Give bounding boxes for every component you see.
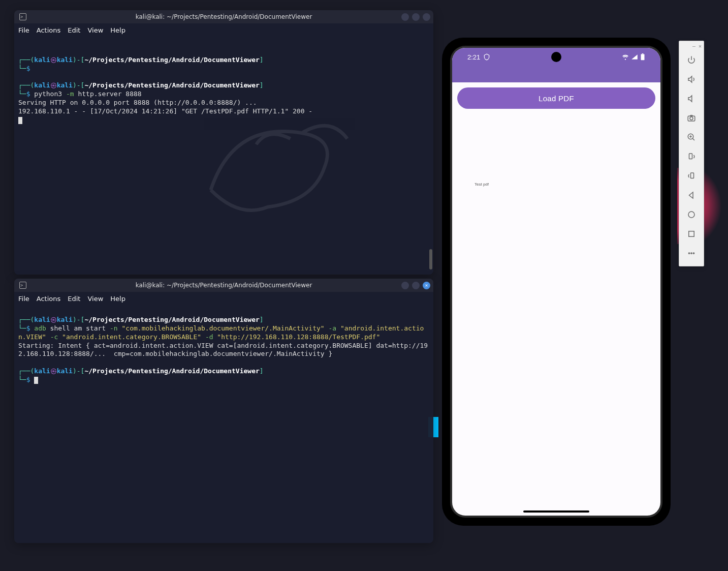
rotate-left-icon[interactable] xyxy=(679,147,704,166)
close-button[interactable] xyxy=(423,13,430,21)
android-emulator-frame: 2:21 Load PDF Test pdf xyxy=(442,38,671,526)
shield-icon xyxy=(483,53,490,61)
svg-rect-6 xyxy=(691,173,694,178)
terminal1-titlebar[interactable]: kali@kali: ~/Projects/Pentesting/Android… xyxy=(14,10,433,23)
terminal2-body[interactable]: ┌──(kali㉿kali)-[~/Projects/Pentesting/An… xyxy=(14,305,433,395)
app-bar xyxy=(452,66,660,82)
volume-up-icon[interactable] xyxy=(679,70,704,89)
back-icon[interactable] xyxy=(679,186,704,205)
menu-view[interactable]: View xyxy=(87,295,103,303)
camera-icon[interactable] xyxy=(679,108,704,128)
minimize-button[interactable] xyxy=(401,282,409,289)
toolbar-close[interactable]: ✕ xyxy=(699,43,702,49)
cursor xyxy=(34,377,38,384)
emulator-screen[interactable]: 2:21 Load PDF Test pdf xyxy=(452,48,660,516)
svg-point-10 xyxy=(691,253,692,254)
terminal2-menubar: File Actions Edit View Help xyxy=(14,292,433,305)
zoom-icon[interactable] xyxy=(679,128,704,147)
svg-point-9 xyxy=(688,253,689,254)
terminal1-title: kali@kali: ~/Projects/Pentesting/Android… xyxy=(136,13,312,20)
cursor xyxy=(18,117,22,124)
terminal-icon xyxy=(19,13,26,20)
minimize-button[interactable] xyxy=(401,13,409,21)
maximize-button[interactable] xyxy=(412,13,420,21)
wifi-icon xyxy=(622,53,629,61)
pdf-content-label: Test pdf xyxy=(474,182,489,187)
battery-icon xyxy=(640,53,645,61)
menu-edit[interactable]: Edit xyxy=(68,295,80,303)
svg-rect-5 xyxy=(689,154,692,159)
svg-point-3 xyxy=(690,117,693,120)
power-icon[interactable] xyxy=(679,50,704,70)
terminal-window-1: kali@kali: ~/Projects/Pentesting/Android… xyxy=(14,10,433,275)
svg-rect-1 xyxy=(642,53,644,54)
svg-rect-0 xyxy=(641,54,645,60)
toolbar-minimize[interactable]: – xyxy=(692,43,695,49)
menu-view[interactable]: View xyxy=(87,26,103,34)
maximize-button[interactable] xyxy=(412,282,420,289)
svg-point-7 xyxy=(688,212,694,218)
menu-edit[interactable]: Edit xyxy=(68,26,80,34)
svg-point-11 xyxy=(693,253,694,254)
scrollbar[interactable] xyxy=(429,249,432,269)
status-time: 2:21 xyxy=(467,53,480,61)
menu-actions[interactable]: Actions xyxy=(37,295,61,303)
terminal-icon xyxy=(19,282,26,289)
close-button[interactable] xyxy=(423,282,430,289)
more-icon[interactable] xyxy=(679,244,704,263)
signal-icon xyxy=(631,53,638,61)
camera-cutout xyxy=(551,52,561,62)
menu-help[interactable]: Help xyxy=(110,26,125,34)
overview-icon[interactable] xyxy=(679,224,704,244)
load-pdf-button[interactable]: Load PDF xyxy=(457,87,655,109)
svg-rect-8 xyxy=(689,231,694,237)
terminal1-menubar: File Actions Edit View Help xyxy=(14,23,433,37)
home-icon[interactable] xyxy=(679,205,704,224)
rotate-right-icon[interactable] xyxy=(679,166,704,186)
menu-help[interactable]: Help xyxy=(110,295,125,303)
menu-file[interactable]: File xyxy=(18,295,29,303)
terminal2-titlebar[interactable]: kali@kali: ~/Projects/Pentesting/Android… xyxy=(14,279,433,292)
emulator-toolbar: – ✕ xyxy=(679,41,704,266)
terminal2-title: kali@kali: ~/Projects/Pentesting/Android… xyxy=(136,282,312,289)
terminal1-body[interactable]: ┌──(kali㉿kali)-[~/Projects/Pentesting/An… xyxy=(14,37,433,135)
menu-actions[interactable]: Actions xyxy=(37,26,61,34)
terminal-window-2: kali@kali: ~/Projects/Pentesting/Android… xyxy=(14,279,433,543)
menu-file[interactable]: File xyxy=(18,26,29,34)
volume-down-icon[interactable] xyxy=(679,89,704,108)
nav-gesture-bar[interactable] xyxy=(523,510,589,513)
